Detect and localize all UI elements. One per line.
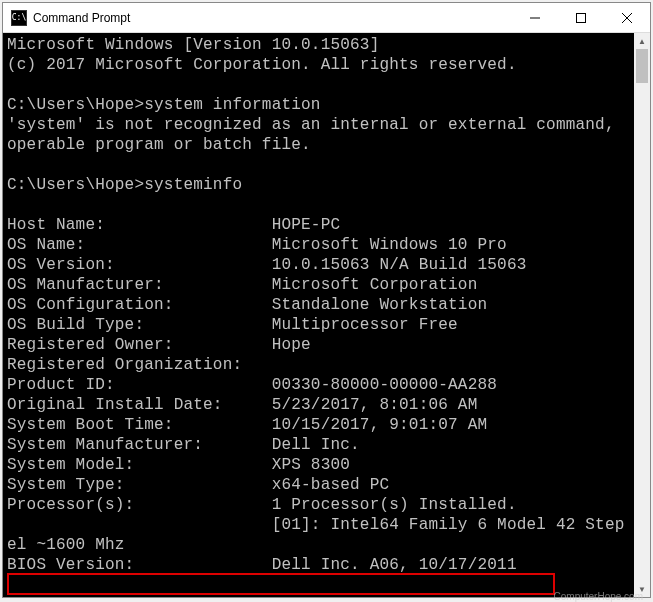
minimize-button[interactable] bbox=[512, 3, 558, 32]
watermark: ComputerHope.com bbox=[554, 591, 643, 602]
terminal-area: Microsoft Windows [Version 10.0.15063] (… bbox=[3, 33, 650, 597]
scroll-up-button[interactable]: ▲ bbox=[634, 33, 650, 49]
cmd-icon: C:\ bbox=[11, 10, 27, 26]
svg-rect-1 bbox=[577, 13, 586, 22]
scroll-thumb[interactable] bbox=[636, 49, 648, 83]
terminal-output[interactable]: Microsoft Windows [Version 10.0.15063] (… bbox=[3, 33, 634, 597]
command-prompt-window: C:\ Command Prompt Microsoft Windows [Ve… bbox=[2, 2, 651, 598]
maximize-button[interactable] bbox=[558, 3, 604, 32]
scroll-track[interactable] bbox=[634, 49, 650, 581]
close-button[interactable] bbox=[604, 3, 650, 32]
window-title: Command Prompt bbox=[33, 11, 512, 25]
vertical-scrollbar[interactable]: ▲ ▼ bbox=[634, 33, 650, 597]
titlebar[interactable]: C:\ Command Prompt bbox=[3, 3, 650, 33]
window-controls bbox=[512, 3, 650, 32]
